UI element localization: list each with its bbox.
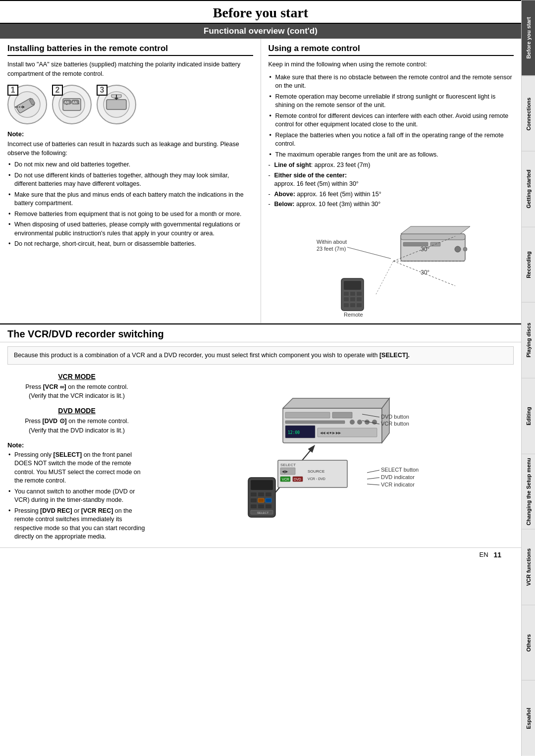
dvd-mode-desc2: (Verify that the DVD indicator is lit.) [7, 426, 146, 435]
page-title-bar: Before you start [0, 0, 521, 24]
remote-bullet-2: Remote operation may become unreliable i… [268, 93, 514, 110]
remote-intro: Keep in mind the following when using th… [268, 60, 514, 69]
tab-recording[interactable]: Recording [522, 227, 535, 303]
svg-point-50 [372, 420, 377, 425]
battery-step-3: 3 [97, 85, 136, 124]
vcr-content: VCR MODE Press [VCR ∞] on the remote con… [0, 369, 521, 547]
page-footer: EN 11 [0, 547, 521, 562]
range-4-value: approx. 10 feet (3m) within 30° [294, 201, 380, 208]
svg-rect-59 [266, 492, 271, 496]
svg-point-48 [357, 420, 362, 425]
battery-step-1: 1 [7, 85, 47, 124]
dvd-mode-desc1: Press [DVD ⊙] on the remote control. [7, 417, 146, 426]
svg-rect-30 [344, 292, 349, 296]
vcr-mode-title: VCR MODE [7, 373, 146, 380]
note-intro: Incorrect use of batteries can result in… [7, 140, 253, 159]
note-item-5: When disposing of used batteries, please… [7, 220, 253, 238]
svg-line-87 [367, 470, 379, 473]
svg-rect-64 [258, 504, 264, 508]
tab-setup-menu[interactable]: Changing the Setup menu [522, 454, 535, 530]
tab-before-you-start[interactable]: Before you start [522, 0, 535, 76]
svg-text:VCR ◦ DVD: VCR ◦ DVD [308, 477, 325, 481]
distance-label-1: Within about [317, 239, 347, 245]
section-header: Functional overview (cont'd) [0, 24, 521, 39]
tab-vcr-functions[interactable]: VCR functions [522, 529, 535, 605]
remote-bullet-1: Make sure that there is no obstacle betw… [268, 73, 514, 91]
svg-point-47 [350, 420, 355, 425]
svg-rect-60 [251, 498, 257, 502]
svg-text:AA: AA [64, 101, 69, 104]
ranges-list: Line of sight: approx. 23 feet (7m) Eith… [268, 161, 514, 209]
remote-bullets: Make sure that there is no obstacle betw… [268, 73, 514, 160]
vcr-mode-block: VCR MODE Press [VCR ∞] on the remote con… [7, 373, 146, 401]
svg-rect-33 [344, 297, 349, 301]
vcr-intro-text: Because this product is a combination of… [14, 352, 379, 359]
angle-bottom-label: 30° [421, 269, 429, 276]
tab-others[interactable]: Others [522, 605, 535, 681]
remote-control-small: SELECT [248, 478, 275, 517]
svg-line-89 [367, 484, 379, 485]
vcr-unit-illustration [401, 226, 470, 261]
svg-line-39 [376, 261, 393, 294]
svg-rect-38 [357, 303, 362, 307]
tab-editing[interactable]: Editing [522, 378, 535, 454]
vcr-note-1: Pressing only [SELECT] on the front pane… [7, 451, 146, 486]
range-2-value: approx. 16 feet (5m) within 30° [274, 180, 359, 187]
svg-rect-56 [251, 480, 273, 490]
svg-text:SELECT: SELECT [280, 463, 296, 467]
svg-rect-31 [350, 292, 355, 296]
svg-rect-46 [285, 421, 345, 424]
page-number: 11 [493, 551, 501, 559]
vcr-mode-desc2: (Verify that the VCR indicator is lit.) [7, 391, 146, 401]
range-1-value: : approx. 23 feet (7m) [311, 162, 371, 168]
vcr-intro-select: [SELECT]. [379, 352, 410, 359]
remote-bullet-4: Replace the batteries when you notice a … [268, 131, 514, 149]
svg-rect-44 [285, 412, 330, 418]
note-item-6: Do not recharge, short-circuit, heat, bu… [7, 240, 253, 249]
remote-diagram-container: 30° 30° [268, 214, 514, 318]
dvd-button-label: DVD button [381, 414, 409, 420]
range-1: Line of sight: approx. 23 feet (7m) [268, 161, 514, 170]
range-2: Either side of the center:approx. 16 fee… [268, 171, 514, 189]
svg-rect-57 [251, 492, 257, 496]
note-item-3: Make sure that the plus and minus ends o… [7, 191, 253, 208]
note-item-4: Remove batteries from equipment that is … [7, 210, 253, 219]
tab-getting-started[interactable]: Getting started [522, 151, 535, 227]
tab-espanol[interactable]: Español [522, 680, 535, 756]
svg-rect-14 [107, 100, 126, 109]
svg-text:AA: AA [72, 101, 77, 104]
svg-rect-69 [258, 498, 264, 502]
vcr-button-label: VCR button [381, 421, 409, 427]
svg-marker-42 [283, 398, 389, 408]
step-num-1: 1 [7, 85, 18, 96]
section-header-text: Functional overview (cont'd) [204, 26, 318, 36]
tab-playing-discs[interactable]: Playing discs [522, 302, 535, 378]
main-content: Installing batteries in the remote contr… [0, 39, 521, 324]
svg-text:VCR: VCR [282, 478, 289, 481]
svg-text:◀|▶: ◀|▶ [282, 470, 288, 474]
vcr-note-3: Pressing [DVD REC] or [VCR REC] on the r… [7, 507, 146, 541]
battery-circle-3: 3 [97, 85, 136, 124]
remote-bullet-5: The maximum operable ranges from the uni… [268, 151, 514, 160]
svg-rect-70 [266, 498, 271, 502]
svg-line-40 [347, 247, 391, 259]
svg-rect-65 [266, 504, 271, 508]
svg-rect-58 [258, 492, 264, 496]
vcr-indicator-label: VCR indicator [381, 482, 415, 487]
vcr-device-diagram: 12:00 ◀◀ ◀ ■ ▶ ▶▶ [233, 378, 431, 537]
vcr-note-heading: Note: [7, 441, 146, 449]
svg-text:12:00: 12:00 [288, 431, 300, 435]
vcr-diagram-right: 12:00 ◀◀ ◀ ■ ▶ ▶▶ [151, 369, 514, 547]
page-title: Before you start [0, 5, 521, 21]
side-navigation: Before you start Connections Getting sta… [521, 0, 535, 756]
batteries-note-list: Do not mix new and old batteries togethe… [7, 161, 253, 249]
batteries-intro: Install two "AA" size batteries (supplie… [7, 60, 253, 79]
angle-top-label: 30° [421, 246, 429, 253]
front-panel-diagram: SELECT ◀|▶ VCR DVD SOURCE VCR ◦ DVD [278, 460, 347, 487]
step-num-3: 3 [97, 85, 107, 96]
svg-rect-37 [350, 303, 355, 307]
svg-rect-19 [401, 234, 465, 240]
svg-point-24 [463, 247, 467, 251]
range-1-label: Line of sight [274, 162, 311, 168]
tab-connections[interactable]: Connections [522, 76, 535, 152]
